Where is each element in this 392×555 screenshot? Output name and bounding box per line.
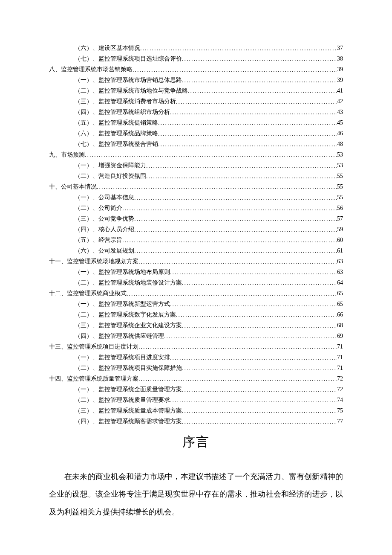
toc-leader-dots [182, 320, 337, 331]
toc-leader-dots [134, 246, 337, 256]
toc-entry-page: 71 [337, 341, 343, 352]
toc-entry-label: （二）、营造良好投资氛围 [75, 171, 146, 181]
preface-paragraph: 在未来的商业机会和潜力市场中，本建议书描述了一个充满活力、富有创新精神的企业的设… [49, 468, 343, 521]
toc-entry: （六）、监控管理系统品牌策略46 [49, 128, 343, 139]
toc-leader-dots [170, 395, 337, 406]
toc-leader-dots [85, 150, 337, 160]
toc-leader-dots [182, 54, 337, 64]
toc-entry-page: 68 [337, 320, 343, 331]
toc-entry-page: 63 [337, 256, 343, 267]
toc-entry-label: （三）、监控管理系统质量成本管理方案 [75, 405, 182, 416]
toc-entry-page: 72 [337, 373, 343, 384]
toc-entry-page: 66 [337, 309, 343, 320]
toc-entry: 十一、监控管理系统场地规划方案63 [49, 256, 343, 267]
toc-leader-dots [170, 352, 337, 363]
toc-entry-label: （二）、监控管理系统质量管理要求 [75, 395, 170, 405]
toc-leader-dots [182, 416, 337, 427]
toc-leader-dots [176, 310, 337, 320]
toc-entry: （二）、监控管理系统场地装修设计方案64 [49, 277, 343, 288]
toc-entry: 十四、监控管理系统质量管理方案72 [49, 373, 343, 384]
toc-entry-page: 74 [337, 395, 343, 405]
toc-entry: （二）、营造良好投资氛围55 [49, 171, 343, 181]
toc-leader-dots [122, 203, 337, 214]
toc-leader-dots [134, 214, 337, 224]
toc-entry-label: （三）、监控管理系统企业文化建设方案 [75, 320, 182, 331]
toc-entry-page: 55 [337, 192, 343, 203]
toc-leader-dots [158, 139, 337, 150]
toc-entry-label: 九、市场预测 [49, 149, 85, 160]
toc-entry-page: 41 [337, 85, 343, 96]
toc-entry-label: （二）、监控管理系统场地装修设计方案 [75, 277, 182, 288]
toc-entry-label: （二）、监控管理系统项目实施保障措施 [75, 363, 182, 373]
toc-entry-label: （一）、监控管理系统全面质量管理方案 [75, 384, 182, 395]
toc-entry: （二）、监控管理系统项目实施保障措施71 [49, 363, 343, 373]
toc-entry-label: （六）、监控管理系统品牌策略 [75, 128, 158, 139]
toc-leader-dots [146, 160, 337, 171]
toc-entry-label: （四）、核心人员介绍 [75, 224, 134, 235]
toc-entry: （七）、监控管理系统项目选址综合评价38 [49, 53, 343, 64]
toc-entry-page: 63 [337, 267, 343, 277]
toc-entry: （五）、监控管理系统促销策略45 [49, 117, 343, 128]
toc-entry-page: 55 [337, 171, 343, 181]
toc-entry: （二）、监控管理系统市场地位与竞争战略41 [49, 85, 343, 96]
toc-leader-dots [140, 43, 337, 54]
toc-entry: （三）、监控管理系统企业文化建设方案68 [49, 320, 343, 331]
toc-entry-page: 64 [337, 277, 343, 288]
toc-leader-dots [97, 182, 337, 192]
toc-entry: （五）、经营宗旨60 [49, 235, 343, 245]
toc-entry-label: （六）、建设区基本情况 [75, 43, 140, 53]
toc-entry-label: （一）、监控管理系统新型运营方式 [75, 299, 170, 309]
toc-entry-page: 48 [337, 139, 343, 149]
preface-heading: 序言 [49, 433, 343, 451]
toc-leader-dots [138, 374, 337, 384]
toc-leader-dots [182, 363, 337, 374]
toc-leader-dots [170, 107, 337, 118]
toc-entry-label: 十、公司基本情况 [49, 181, 97, 192]
toc-entry: （四）、监控管理系统顾客需求管理方案77 [49, 416, 343, 427]
toc-leader-dots [134, 192, 337, 203]
toc-entry-page: 55 [337, 181, 343, 192]
toc-entry-page: 38 [337, 53, 343, 64]
toc-entry-label: 十二、监控管理系统商业模式 [49, 288, 127, 299]
toc-entry-page: 72 [337, 384, 343, 395]
document-page: （六）、建设区基本情况37（七）、监控管理系统项目选址综合评价38八、监控管理系… [0, 0, 392, 555]
toc-entry-label: （二）、监控管理系统数字化发展方案 [75, 309, 176, 320]
toc-entry: （三）、监控管理系统消费者市场分析42 [49, 96, 343, 107]
toc-entry-label: （二）、公司简介 [75, 203, 122, 213]
toc-entry-label: （七）、监控管理系统项目选址综合评价 [75, 53, 182, 64]
toc-entry: 十、公司基本情况55 [49, 181, 343, 192]
toc-entry-label: （一）、监控管理系统场地布局原则 [75, 267, 170, 277]
toc-entry-label: （四）、监控管理系统供应链管理 [75, 331, 164, 341]
toc-entry-label: （一）、增强资金保障能力 [75, 160, 146, 171]
toc-entry-label: 十一、监控管理系统场地规划方案 [49, 256, 138, 267]
toc-entry-page: 61 [337, 245, 343, 256]
toc-entry-page: 56 [337, 203, 343, 213]
toc-entry-page: 42 [337, 96, 343, 107]
toc-entry: （六）、公司发展规划61 [49, 245, 343, 256]
toc-entry-page: 39 [337, 75, 343, 85]
toc-leader-dots [176, 96, 337, 107]
toc-entry: （二）、监控管理系统质量管理要求74 [49, 395, 343, 405]
toc-entry-page: 43 [337, 107, 343, 117]
toc-entry-page: 69 [337, 331, 343, 341]
toc-entry-label: （四）、监控管理系统顾客需求管理方案 [75, 416, 182, 427]
toc-leader-dots [138, 256, 337, 267]
toc-entry-page: 65 [337, 288, 343, 299]
toc-entry: （一）、监控管理系统新型运营方式65 [49, 299, 343, 309]
toc-entry-label: 八、监控管理系统市场营销策略 [49, 64, 133, 75]
toc-leader-dots [134, 224, 337, 235]
toc-entry: 十二、监控管理系统商业模式65 [49, 288, 343, 299]
toc-entry-label: （五）、经营宗旨 [75, 235, 122, 245]
toc-entry-label: （一）、监控管理系统市场营销总体思路 [75, 75, 182, 85]
toc-entry: （一）、监控管理系统全面质量管理方案72 [49, 384, 343, 395]
toc-entry: （二）、监控管理系统数字化发展方案66 [49, 309, 343, 320]
toc-entry-page: 46 [337, 128, 343, 139]
table-of-contents: （六）、建设区基本情况37（七）、监控管理系统项目选址综合评价38八、监控管理系… [49, 43, 343, 427]
toc-leader-dots [182, 75, 337, 86]
toc-entry: （四）、核心人员介绍59 [49, 224, 343, 235]
toc-leader-dots [170, 299, 337, 310]
toc-leader-dots [182, 384, 337, 395]
toc-leader-dots [182, 278, 337, 288]
toc-leader-dots [182, 406, 337, 416]
toc-leader-dots [158, 118, 337, 128]
